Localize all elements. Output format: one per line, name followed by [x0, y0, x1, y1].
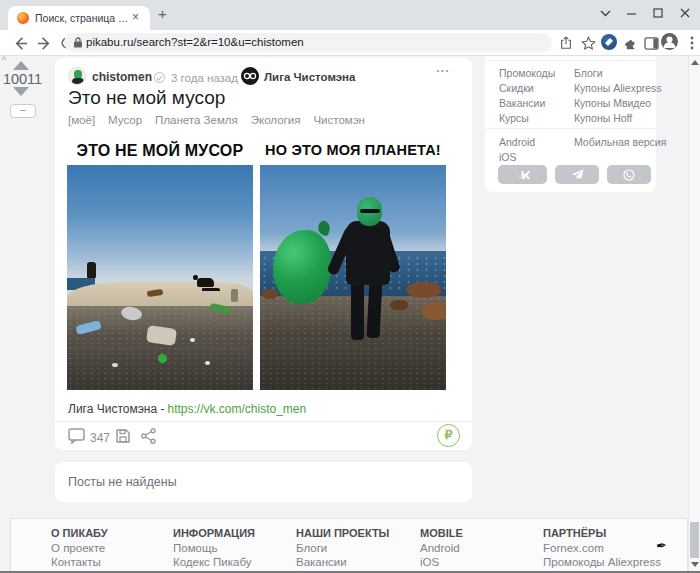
minimize-button[interactable] [618, 4, 644, 22]
footer-link[interactable]: Блоги [296, 542, 327, 554]
meme-left-panel[interactable]: ЭТО НЕ МОЙ МУСОР [67, 135, 253, 390]
vk-icon [515, 170, 531, 180]
footer-col-about: О ПИКАБУ О проекте Контакты Реклама [51, 527, 108, 539]
sidebar-link-blogi[interactable]: Блоги [574, 67, 603, 79]
footer-col-mobile: MOBILE Android iOS [420, 527, 463, 539]
footer-link[interactable]: Промокоды Aliexpress [543, 556, 661, 568]
distant-figure [87, 262, 96, 278]
telegram-icon [571, 169, 584, 180]
footer-title: ИНФОРМАЦИЯ [173, 527, 255, 539]
footer-link[interactable]: Контакты [51, 556, 101, 568]
browser-menu-icon[interactable] [682, 33, 700, 53]
empty-results-card: Посты не найдены [55, 462, 472, 502]
telegram-social-button[interactable] [555, 165, 599, 184]
extension-badge-icon[interactable] [601, 34, 617, 50]
page-scrollbar[interactable] [688, 56, 700, 573]
dark-bottle [231, 289, 238, 302]
white-debris [112, 363, 118, 367]
tag-moe[interactable]: [моё] [68, 114, 95, 126]
post-timestamp: 3 года назад [171, 72, 238, 84]
scrollbar-thumb[interactable] [690, 522, 699, 558]
sidebar-link-vakansii[interactable]: Вакансии [499, 97, 545, 109]
sidebar-link-ios[interactable]: iOS [499, 151, 517, 163]
divider [485, 60, 656, 61]
sidebar-card: Промокоды Скидки Вакансии Курсы Блоги Ку… [485, 56, 656, 192]
url-text[interactable]: pikabu.ru/search?st=2&r=10&u=chistomen [86, 36, 304, 48]
community-name[interactable]: Лига Чистомэна [264, 71, 355, 83]
footer-col-projects: НАШИ ПРОЕКТЫ Блоги Вакансии Промокоды [296, 527, 389, 539]
viber-social-button[interactable] [607, 165, 651, 184]
community-logo-icon[interactable] [241, 67, 259, 85]
sidebar-link-promokody[interactable]: Промокоды [499, 67, 555, 79]
tag-list: [моё]МусорПланета ЗемляЭкологияЧистомэн [68, 114, 458, 126]
sidebar-link-android[interactable]: Android [499, 136, 535, 148]
browser-profile-avatar[interactable] [661, 33, 678, 50]
bookmark-star-icon[interactable] [578, 33, 598, 53]
footer-link[interactable]: Fornex.com [543, 542, 604, 554]
extensions-puzzle-icon[interactable] [621, 33, 641, 53]
footer-col-info: ИНФОРМАЦИЯ Помощь Кодекс Пикабу Награды [173, 527, 255, 539]
close-window-button[interactable] [672, 4, 698, 22]
new-tab-button[interactable]: + [158, 5, 167, 22]
comments-count[interactable]: 347 [90, 431, 110, 445]
rock [407, 282, 441, 298]
footer-link[interactable]: Вакансии [296, 556, 347, 568]
vk-link[interactable]: https://vk.com/chisto_men [167, 402, 306, 416]
footer-link[interactable]: Кодекс Пикабу [173, 556, 252, 568]
downvote-button[interactable] [13, 87, 29, 96]
tag-chistomen[interactable]: Чистомэн [313, 114, 365, 126]
collapse-post-button[interactable]: − [10, 104, 36, 118]
sidebar-link-kupony-hoff[interactable]: Купоны Hoff [574, 112, 632, 124]
scroll-down-arrow-icon[interactable] [691, 562, 699, 567]
viber-icon [623, 169, 635, 181]
back-button[interactable] [10, 33, 30, 53]
empty-results-text: Посты не найдены [68, 475, 177, 489]
post-title[interactable]: Это не мой мусор [68, 87, 225, 109]
sidebar-link-kupony-mvideo[interactable]: Купоны Мвидео [574, 97, 651, 109]
green-trash-bag [273, 230, 331, 304]
save-icon[interactable] [115, 428, 132, 445]
user-avatar[interactable] [68, 67, 86, 85]
maximize-button[interactable] [645, 4, 671, 22]
source-text: Лига Чистомэна - [68, 402, 164, 416]
scroll-up-arrow-icon[interactable] [691, 60, 699, 65]
tag-musor[interactable]: Мусор [108, 114, 142, 126]
meme-right-caption: НО ЭТО МОЯ ПЛАНЕТА! [260, 135, 446, 165]
footer-link[interactable]: iOS [420, 556, 439, 568]
person-torso [346, 221, 390, 285]
share-icon[interactable] [556, 33, 576, 53]
sunglasses [360, 209, 380, 213]
sidebar-link-mobile-version[interactable]: Мобильная версия [574, 136, 666, 148]
browser-tab[interactable]: Поиск, страница 4 | Пикабу × [8, 6, 150, 30]
meme-right-panel[interactable]: НО ЭТО МОЯ ПЛАНЕТА! [260, 135, 446, 390]
post-menu-icon[interactable]: ... [436, 60, 460, 75]
pebble-ground [67, 306, 253, 390]
beach-trash-photo [67, 165, 253, 390]
vk-social-button[interactable] [498, 165, 547, 184]
sidebar-link-skidki[interactable]: Скидки [499, 82, 534, 94]
footer-link[interactable]: Android [420, 542, 460, 554]
side-panel-icon[interactable] [641, 33, 661, 53]
page-content: ^ 10011 − chistomen 3 года назад Лига Чи… [0, 56, 700, 573]
comments-icon[interactable] [68, 428, 85, 445]
rock [422, 302, 446, 320]
tag-ekologia[interactable]: Экология [251, 114, 301, 126]
collapse-caret[interactable]: ^ [2, 56, 6, 65]
sidebar-link-kursy[interactable]: Курсы [499, 112, 529, 124]
donate-ruble-button[interactable]: ₽ [437, 424, 460, 447]
share-post-icon[interactable] [141, 428, 158, 445]
footer-title: ПАРТНЁРЫ [543, 527, 606, 539]
footer-link[interactable]: О проекте [51, 542, 105, 554]
post-rating: 10011 [0, 71, 45, 87]
post-author[interactable]: chistomen [92, 70, 152, 84]
source-row: Лига Чистомэна -https://vk.com/chisto_me… [68, 402, 306, 416]
forward-button[interactable] [34, 33, 54, 53]
sidebar-link-kupony-aliexpress[interactable]: Купоны Aliexpress [574, 82, 662, 94]
tag-planeta[interactable]: Планета Земля [155, 114, 238, 126]
footer-link[interactable]: Помощь [173, 542, 217, 554]
browser-window: Поиск, страница 4 | Пикабу × + pikabu.ru… [0, 0, 700, 573]
tab-search-chevron-icon[interactable] [592, 4, 618, 22]
rock [262, 289, 278, 299]
tab-close-icon[interactable]: × [132, 10, 139, 24]
upvote-button[interactable] [13, 61, 29, 70]
